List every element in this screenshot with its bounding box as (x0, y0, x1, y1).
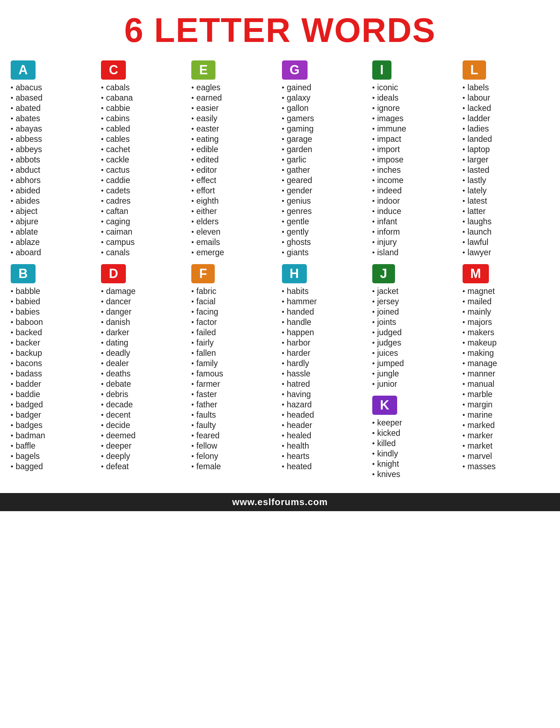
list-item: ghosts (282, 237, 369, 247)
section-g: Ggainedgalaxygallongamersgaminggaragegar… (282, 60, 369, 258)
letter-badge-c: C (101, 60, 126, 80)
list-item: immune (372, 124, 459, 134)
list-item: lastly (463, 175, 549, 186)
list-item: infant (372, 216, 459, 227)
list-item: joints (372, 317, 459, 327)
section-a: Aabacusabasedabatedabatesabayasabbessabb… (11, 60, 97, 258)
list-item: knight (372, 459, 459, 469)
list-item: either (191, 206, 278, 216)
section-d: Ddamagedancerdangerdanishdarkerdatingdea… (101, 264, 188, 480)
section-f: Ffabricfacialfacingfactorfailedfairlyfal… (191, 264, 278, 480)
list-item: gamers (282, 113, 369, 124)
list-item: habits (282, 286, 369, 296)
list-item: eighth (191, 196, 278, 206)
list-item: decent (101, 410, 188, 420)
list-item: cabbie (101, 103, 188, 113)
list-item: abates (11, 113, 97, 124)
list-item: impact (372, 134, 459, 144)
list-item: campus (101, 237, 188, 247)
list-item: larger (463, 155, 549, 165)
list-item: editor (191, 165, 278, 175)
list-item: happen (282, 327, 369, 338)
list-item: giants (282, 247, 369, 258)
list-item: injury (372, 237, 459, 247)
list-item: decade (101, 400, 188, 410)
list-item: cadres (101, 196, 188, 206)
list-item: backup (11, 348, 97, 358)
list-item: hammer (282, 296, 369, 307)
list-item: effect (191, 175, 278, 186)
section-e: Eeaglesearnedeasiereasilyeastereatingedi… (191, 60, 278, 258)
list-item: backed (11, 327, 97, 338)
list-item: aboard (11, 247, 97, 258)
letter-badge-k: K (372, 396, 397, 415)
list-item: impose (372, 155, 459, 165)
list-item: images (372, 113, 459, 124)
list-item: female (191, 461, 278, 472)
list-item: induce (372, 206, 459, 216)
list-item: emerge (191, 247, 278, 258)
list-item: abbots (11, 155, 97, 165)
section-b: Bbabblebabiedbabiesbaboonbackedbackerbac… (11, 264, 97, 480)
list-item: kicked (372, 428, 459, 438)
list-item: marked (463, 420, 549, 430)
list-item: badass (11, 369, 97, 379)
list-item: cabins (101, 113, 188, 124)
list-item: import (372, 144, 459, 155)
list-item: faults (191, 410, 278, 420)
list-item: dealer (101, 358, 188, 369)
list-item: badges (11, 420, 97, 430)
list-item: deadly (101, 348, 188, 358)
list-item: lately (463, 186, 549, 196)
list-item: jacket (372, 286, 459, 296)
letter-badge-h: H (282, 264, 307, 283)
list-item: darker (101, 327, 188, 338)
list-item: junior (372, 379, 459, 389)
list-item: magnet (463, 286, 549, 296)
list-item: dating (101, 338, 188, 348)
list-item: cables (101, 134, 188, 144)
list-item: abbeys (11, 144, 97, 155)
list-item: iconic (372, 82, 459, 93)
section-c: Ccabalscabanacabbiecabinscabledcablescac… (101, 60, 188, 258)
list-item: labels (463, 82, 549, 93)
list-item: caging (101, 216, 188, 227)
list-item: ideals (372, 93, 459, 103)
list-item: backer (11, 338, 97, 348)
list-item: keeper (372, 418, 459, 428)
list-item: hardly (282, 358, 369, 369)
list-item: cachet (101, 144, 188, 155)
list-item: ladder (463, 113, 549, 124)
list-item: caddie (101, 175, 188, 186)
list-item: faulty (191, 420, 278, 430)
list-item: deeper (101, 441, 188, 451)
list-item: garden (282, 144, 369, 155)
list-item: decide (101, 420, 188, 430)
list-item: abased (11, 93, 97, 103)
list-item: island (372, 247, 459, 258)
list-item: abhors (11, 175, 97, 186)
list-item: father (191, 400, 278, 410)
section-j: Jjacketjerseyjoinedjointsjudgedjudgesjui… (372, 264, 459, 389)
list-item: manage (463, 358, 549, 369)
list-item: feared (191, 430, 278, 441)
list-item: lacked (463, 103, 549, 113)
list-item: edited (191, 155, 278, 165)
list-item: marine (463, 410, 549, 420)
list-item: ablate (11, 227, 97, 237)
list-item: abated (11, 103, 97, 113)
list-item: abjure (11, 216, 97, 227)
list-item: cabled (101, 124, 188, 134)
list-item: deeply (101, 451, 188, 461)
list-item: masses (463, 461, 549, 472)
list-item: harbor (282, 338, 369, 348)
list-item: hazard (282, 400, 369, 410)
list-item: lasted (463, 165, 549, 175)
list-item: fallen (191, 348, 278, 358)
list-item: defeat (101, 461, 188, 472)
list-item: juices (372, 348, 459, 358)
list-item: gather (282, 165, 369, 175)
list-item: fellow (191, 441, 278, 451)
list-item: gently (282, 227, 369, 237)
list-item: latest (463, 196, 549, 206)
